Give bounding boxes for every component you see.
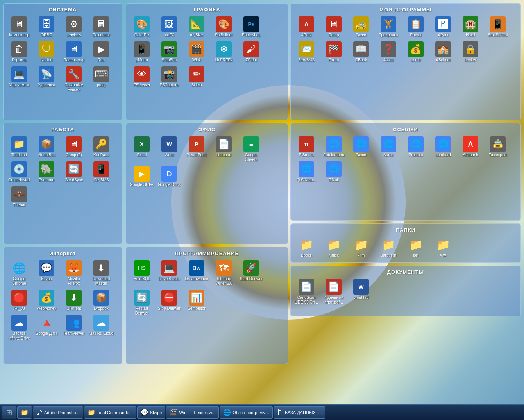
- icon-lombard[interactable]: 🌐 Lombard: [430, 135, 456, 159]
- icon-unfreez[interactable]: ❄ UnFREEz: [211, 40, 237, 64]
- icon-stop-denwer[interactable]: ⛔ Stop Denwer: [156, 288, 182, 317]
- icon-webmoney[interactable]: 💰 WebMoney: [33, 288, 60, 313]
- icon-word[interactable]: W Word: [156, 135, 182, 164]
- icon-comp[interactable]: 🖥 Comp: [320, 15, 347, 39]
- icon-finish[interactable]: 🏁 Finish: [320, 40, 347, 64]
- icon-bitcasa[interactable]: ☁ Bitcasa Infinite Drive: [6, 313, 32, 342]
- icon-computer-mgmt[interactable]: 💻 Упр. компм: [6, 65, 32, 94]
- icon-ww[interactable]: 📁 ww: [430, 235, 456, 259]
- icon-odbc[interactable]: 🗄 ODBC: [33, 15, 60, 39]
- icon-autolomb[interactable]: 🌐 Autolomb.ru: [320, 135, 347, 159]
- icon-proekt[interactable]: W proekt.rtf: [348, 277, 374, 306]
- icon-comp2[interactable]: 🖥 Comp (2): [61, 135, 87, 159]
- icon-skype[interactable]: 💬 Skype: [33, 259, 60, 288]
- icon-pixbuilder[interactable]: 🎨 PixBuilder: [211, 15, 237, 39]
- icon-start-denwer[interactable]: 🚀 Start Denwer: [238, 259, 265, 288]
- icon-remote[interactable]: 📡 Удаленка: [33, 65, 60, 94]
- icon-servsms[interactable]: 📨 ServSMS: [293, 40, 320, 64]
- icon-trenirovki[interactable]: 🏋 Трнировки: [375, 15, 402, 39]
- icon-prokexp[interactable]: 🌐 Prokexp: [402, 135, 429, 159]
- icon-powerpoint[interactable]: P PowerPoint: [183, 135, 210, 164]
- icon-createinstall[interactable]: 💿 CreateInstall: [6, 160, 32, 184]
- taskbar-btn-totalcmd[interactable]: 📁 Total Commande...: [84, 406, 136, 419]
- icon-taxi[interactable]: 🚕 Такси: [348, 15, 374, 39]
- icon-film[interactable]: 📁 Film: [348, 235, 374, 259]
- icon-evernote[interactable]: 🐘 Evernote: [33, 160, 60, 184]
- icon-recycle[interactable]: 🗑 Корзина: [6, 40, 32, 64]
- icon-set[interactable]: 📁 set: [402, 235, 429, 259]
- icon-dropbox[interactable]: 📦 Dropbox: [88, 288, 114, 313]
- icon-semonitor[interactable]: 📊 Semonitor: [183, 288, 210, 317]
- icon-notepad[interactable]: 📄 Notepad: [211, 135, 237, 164]
- icon-keepass[interactable]: 🔑 KeePass: [88, 135, 114, 159]
- icon-heidisql[interactable]: HS HeidiSQL: [129, 259, 155, 288]
- icon-excel[interactable]: X Excel: [129, 135, 155, 164]
- icon-sitemap-writer[interactable]: 🗺 Sitemap Writer 2.0: [211, 259, 237, 288]
- taskbar-btn-photoshop[interactable]: 🖌 Adobe Photosho...: [33, 406, 83, 419]
- icon-control-panel[interactable]: 🖥 Панель упр: [61, 40, 87, 64]
- icon-canoscan[interactable]: 📄 CanoScan LiDE 90 Эл...: [293, 277, 320, 306]
- icon-hotel[interactable]: 🏨 Hotel: [457, 15, 484, 39]
- icon-qiwi[interactable]: 🌐 QIWIкош...: [293, 160, 320, 184]
- icon-google-slides[interactable]: ▶ Google Slides: [129, 164, 155, 189]
- icon-teamviewer[interactable]: 👥 TeamViewer: [61, 313, 87, 342]
- icon-download-master[interactable]: ⬇ Download Master: [88, 259, 114, 288]
- icon-7day-plan[interactable]: 📄 7-дневный план.pdf...: [320, 277, 347, 306]
- icon-goodsync[interactable]: 🔄 GoodSync: [61, 160, 87, 184]
- taskbar-btn-skype[interactable]: 💬 Skype: [137, 406, 166, 419]
- taskbar-btn-wink[interactable]: 🎬 Wink - [Fences.w...: [166, 406, 219, 419]
- taskbar-btn-db[interactable]: 🗄 БАЗА ДАННЫХ -...: [274, 406, 325, 419]
- icon-totalcmd[interactable]: 📁 Totalcmd: [6, 135, 32, 159]
- icon-gmail[interactable]: 🌐 GMail: [320, 160, 347, 184]
- icon-putty[interactable]: ⌨ putty: [88, 65, 114, 94]
- icon-thebat[interactable]: 🦇 Thebat: [6, 185, 32, 209]
- icon-mailru-cloud[interactable]: ☁ Mail.Ru Cloud: [88, 313, 114, 342]
- icon-aprok[interactable]: A AProk: [293, 15, 320, 39]
- taskbar-btn-files[interactable]: 📁: [17, 406, 32, 419]
- icon-develstudio[interactable]: 💻 DevelStudio: [156, 259, 182, 288]
- icon-services[interactable]: ⚙ services: [61, 15, 87, 39]
- icon-alfabank[interactable]: A Alfabank: [457, 135, 484, 159]
- icon-aprok-link[interactable]: 🌐 Aprok: [375, 135, 402, 159]
- icon-fsviewer[interactable]: 👁 FSViewer: [129, 65, 155, 89]
- icon-stepsho[interactable]: 📷 StepSho: [156, 40, 182, 64]
- icon-virtualbox[interactable]: 📦 VirtualBox: [33, 135, 60, 159]
- icon-aa-v3[interactable]: 🔴 AA_v3: [6, 288, 32, 313]
- icon-zpaint[interactable]: 🖌 ZPaint: [238, 40, 265, 64]
- icon-google-disk[interactable]: 🔺 Google Диск: [33, 313, 60, 342]
- icon-mysize[interactable]: 📐 mySize: [183, 15, 210, 39]
- icon-photoshop[interactable]: Ps Photoshop: [238, 15, 265, 39]
- icon-aschool[interactable]: 🏫 ASchool: [430, 40, 456, 64]
- icon-mozilla-firefox[interactable]: 🦊 Mozilla Firefox: [61, 259, 87, 288]
- icon-apark[interactable]: 🅿 APark: [430, 15, 456, 39]
- icon-dreamweave[interactable]: Dw Dreamweave: [183, 259, 210, 288]
- icon-locker[interactable]: 🔒 Locker: [457, 40, 484, 64]
- icon-prokat[interactable]: 📋 Prokat: [402, 15, 429, 39]
- icon-google-sheets[interactable]: ≡ Google Sheets: [238, 135, 265, 164]
- icon-customize-fences[interactable]: 🔧 Customize Fences: [61, 65, 87, 94]
- icon-taxiexpert[interactable]: 🚖 Taxiexpert: [485, 135, 511, 159]
- icon-calculator[interactable]: 🖩 Calculator: [88, 15, 114, 39]
- icon-pisoft[interactable]: π PiSoft.ru: [293, 135, 320, 159]
- icon-zagruzki[interactable]: 📁 Загрузки: [375, 235, 402, 259]
- icon-computer[interactable]: 🖥 Компьютер: [6, 15, 32, 39]
- icon-google-docs[interactable]: D Google Docs: [156, 164, 182, 189]
- icon-books[interactable]: 📁 Books: [293, 235, 320, 259]
- icon-run[interactable]: ▶ Run: [88, 40, 114, 64]
- icon-musik[interactable]: 📁 Musik: [320, 235, 347, 259]
- icon-pmetro[interactable]: 📱 pMetro: [129, 40, 155, 64]
- icon-taxi-link[interactable]: 🌐 Такси: [348, 135, 374, 159]
- icon-fscapture[interactable]: 📸 FSCapture: [156, 65, 182, 89]
- icon-norton[interactable]: 🛡 Norton: [33, 40, 60, 64]
- icon-cbook[interactable]: 📖 CBook: [348, 40, 374, 64]
- icon-keysms[interactable]: 📱 KeySMS: [88, 160, 114, 184]
- icon-wink[interactable]: 🎬 Wink: [183, 40, 210, 64]
- icon-skitch[interactable]: ✏ Skitch: [183, 65, 210, 89]
- icon-google-chrome[interactable]: 🌐 Google Chrome: [6, 259, 32, 288]
- icon-restart-denwer[interactable]: 🔄 Restart Denwer: [129, 288, 155, 317]
- icon-smsschool[interactable]: 📱 SmsSchool: [485, 15, 511, 39]
- icon-icofx[interactable]: 🖼 IcoFX: [156, 15, 182, 39]
- icon-lomb[interactable]: 💰 Lomb: [402, 40, 429, 64]
- icon-assist[interactable]: ❓ Assist: [375, 40, 402, 64]
- icon-colorpix[interactable]: 🎨 ColorPix: [129, 15, 155, 39]
